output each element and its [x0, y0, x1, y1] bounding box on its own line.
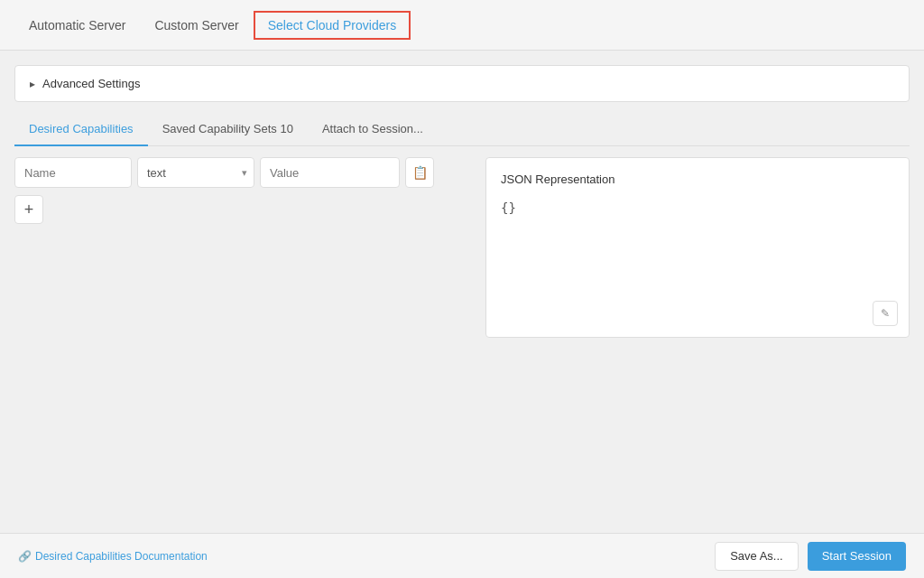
json-panel: JSON Representation {} ✎ [485, 157, 910, 338]
footer-buttons: Save As... Start Session [715, 542, 906, 571]
doc-link[interactable]: 🔗 Desired Capabilities Documentation [18, 550, 208, 563]
cloud-providers-tab[interactable]: Select Cloud Providers [254, 11, 411, 40]
type-select[interactable]: text boolean number object [137, 157, 254, 188]
json-content: {} [501, 200, 894, 215]
value-input[interactable] [260, 157, 400, 188]
chevron-right-icon: ▸ [30, 78, 35, 90]
start-session-button[interactable]: Start Session [808, 542, 906, 571]
link-icon: 🔗 [18, 550, 32, 563]
advanced-settings-label: Advanced Settings [42, 77, 140, 90]
spacer [14, 338, 910, 518]
name-input[interactable] [14, 157, 132, 188]
plus-icon: + [24, 200, 34, 219]
advanced-settings-bar[interactable]: ▸ Advanced Settings [14, 65, 910, 102]
json-panel-title: JSON Representation [501, 172, 894, 186]
copy-icon: 📋 [412, 165, 428, 180]
automatic-server-tab[interactable]: Automatic Server [14, 11, 140, 40]
desired-capabilities-tab[interactable]: Desired Capabilities [14, 113, 148, 146]
left-panel: text boolean number object 📋 + [14, 157, 475, 338]
capability-input-row: text boolean number object 📋 [14, 157, 475, 188]
attach-to-session-tab[interactable]: Attach to Session... [308, 113, 438, 146]
saved-capability-sets-tab[interactable]: Saved Capability Sets 10 [148, 113, 308, 146]
doc-link-label: Desired Capabilities Documentation [35, 550, 208, 563]
top-tab-bar: Automatic Server Custom Server Select Cl… [0, 0, 924, 51]
edit-json-button[interactable]: ✎ [873, 301, 898, 326]
type-select-wrapper: text boolean number object [137, 157, 254, 188]
edit-icon: ✎ [881, 307, 890, 320]
custom-server-tab[interactable]: Custom Server [140, 11, 253, 40]
footer: 🔗 Desired Capabilities Documentation Sav… [0, 533, 924, 578]
capabilities-content: text boolean number object 📋 + JSON Repr… [14, 157, 910, 338]
delete-capability-button[interactable]: 📋 [405, 157, 434, 188]
save-as-button[interactable]: Save As... [715, 542, 799, 571]
capabilities-tab-bar: Desired Capabilities Saved Capability Se… [14, 113, 910, 146]
add-capability-button[interactable]: + [14, 195, 43, 224]
main-content: ▸ Advanced Settings Desired Capabilities… [0, 51, 924, 533]
